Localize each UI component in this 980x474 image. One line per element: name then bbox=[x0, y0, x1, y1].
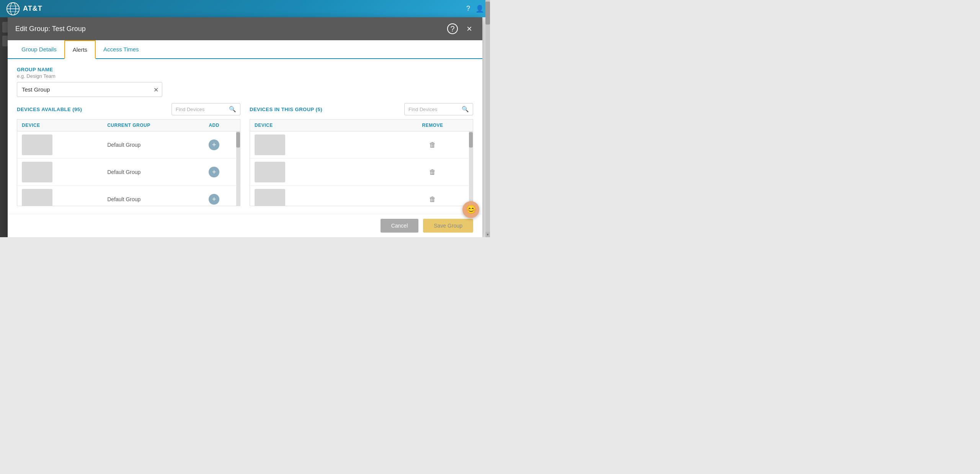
group-name-input-wrapper: ✕ bbox=[17, 82, 162, 97]
add-device-button[interactable]: + bbox=[209, 167, 219, 177]
table-scrollbar[interactable] bbox=[469, 131, 473, 206]
group-cell: Default Group bbox=[107, 169, 193, 175]
table-row: Default Group + bbox=[17, 186, 240, 206]
table-group-header: DEVICE REMOVE bbox=[250, 120, 473, 131]
table-row: Default Group + bbox=[17, 131, 240, 159]
find-devices-available-input[interactable]: Find Devices 🔍 bbox=[172, 103, 240, 115]
group-name-section: GROUP NAME e.g. Design Team ✕ bbox=[17, 67, 473, 97]
modal-title: Edit Group: Test Group bbox=[15, 25, 86, 33]
table-row: 🗑 bbox=[250, 186, 473, 206]
devices-in-group-table: DEVICE REMOVE 🗑 bbox=[250, 119, 473, 206]
group-cell: Default Group bbox=[107, 196, 193, 202]
devices-available-label: DEVICES AVAILABLE (95) bbox=[17, 107, 82, 112]
find-devices-group-input[interactable]: Find Devices 🔍 bbox=[404, 103, 473, 115]
cancel-button[interactable]: Cancel bbox=[381, 219, 419, 233]
col-device-label: DEVICE bbox=[22, 123, 107, 128]
col-device-label: DEVICE bbox=[255, 123, 397, 128]
device-thumbnail bbox=[22, 162, 52, 182]
table-scrollbar-thumb[interactable] bbox=[469, 132, 473, 148]
modal-header: Edit Group: Test Group ? × bbox=[8, 17, 482, 40]
group-name-input[interactable] bbox=[17, 82, 162, 97]
device-thumbnail bbox=[22, 189, 52, 206]
tab-access-times[interactable]: Access Times bbox=[96, 40, 147, 58]
device-cell bbox=[255, 162, 397, 182]
devices-available-table-body: Default Group + Default Group + bbox=[17, 131, 240, 206]
table-row: Default Group + bbox=[17, 159, 240, 186]
modal-tabs: Group Details Alerts Access Times bbox=[8, 40, 482, 59]
search-icon: 🔍 bbox=[229, 106, 236, 113]
find-devices-available-placeholder: Find Devices bbox=[176, 107, 227, 112]
remove-device-button[interactable]: 🗑 bbox=[429, 141, 436, 149]
att-globe-icon bbox=[6, 2, 20, 16]
device-cell bbox=[22, 189, 107, 206]
help-icon[interactable]: ? bbox=[466, 5, 470, 13]
device-thumbnail bbox=[255, 189, 285, 206]
user-icon[interactable]: 👤 bbox=[475, 5, 484, 13]
add-device-button[interactable]: + bbox=[209, 139, 219, 150]
remove-device-button[interactable]: 🗑 bbox=[429, 168, 436, 176]
col-remove-label: REMOVE bbox=[397, 123, 468, 128]
action-cell: 🗑 bbox=[397, 168, 468, 176]
modal-header-actions: ? × bbox=[447, 23, 475, 34]
modal-footer: Cancel Save Group bbox=[8, 214, 482, 237]
col-current-group-label: CURRENT GROUP bbox=[107, 123, 193, 128]
table-scrollbar[interactable] bbox=[236, 131, 240, 206]
action-cell: + bbox=[193, 194, 235, 205]
save-group-button[interactable]: Save Group bbox=[423, 219, 473, 233]
page-scrollbar[interactable] bbox=[485, 0, 490, 237]
tab-group-details[interactable]: Group Details bbox=[14, 40, 64, 58]
group-name-hint: e.g. Design Team bbox=[17, 73, 473, 79]
devices-in-group-table-body: 🗑 🗑 bbox=[250, 131, 473, 206]
modal-help-button[interactable]: ? bbox=[447, 23, 458, 34]
action-cell: 🗑 bbox=[397, 141, 468, 149]
devices-available-header: DEVICES AVAILABLE (95) Find Devices 🔍 bbox=[17, 103, 240, 115]
device-thumbnail bbox=[255, 134, 285, 155]
device-cell bbox=[255, 189, 397, 206]
table-scrollbar-thumb[interactable] bbox=[236, 132, 240, 148]
action-cell: 🗑 bbox=[397, 195, 468, 203]
group-cell: Default Group bbox=[107, 142, 193, 148]
tab-alerts[interactable]: Alerts bbox=[64, 40, 96, 59]
modal-body: GROUP NAME e.g. Design Team ✕ DEVICES AV… bbox=[8, 59, 482, 214]
search-icon: 🔍 bbox=[462, 106, 469, 113]
devices-available-table: DEVICE CURRENT GROUP ADD Default Group + bbox=[17, 119, 240, 206]
remove-device-button[interactable]: 🗑 bbox=[429, 195, 436, 203]
col-add-label: ADD bbox=[193, 123, 235, 128]
device-cell bbox=[22, 162, 107, 182]
find-devices-group-placeholder: Find Devices bbox=[408, 107, 459, 112]
chat-widget-button[interactable]: 😊 bbox=[462, 201, 479, 218]
modal-close-button[interactable]: × bbox=[464, 23, 475, 34]
att-logo: AT&T bbox=[6, 2, 42, 16]
devices-in-group-label: DEVICES IN THIS GROUP (5) bbox=[250, 107, 322, 112]
devices-in-group-panel: DEVICES IN THIS GROUP (5) Find Devices 🔍… bbox=[250, 103, 473, 206]
group-name-label: GROUP NAME bbox=[17, 67, 473, 72]
edit-group-modal: Edit Group: Test Group ? × Group Details… bbox=[8, 17, 482, 237]
table-row: 🗑 bbox=[250, 131, 473, 159]
input-clear-button[interactable]: ✕ bbox=[154, 86, 158, 93]
scrollbar-thumb[interactable] bbox=[485, 2, 490, 25]
att-brand-label: AT&T bbox=[23, 5, 42, 13]
device-thumbnail bbox=[255, 162, 285, 182]
devices-row: DEVICES AVAILABLE (95) Find Devices 🔍 DE… bbox=[17, 103, 473, 206]
add-device-button[interactable]: + bbox=[209, 194, 219, 205]
devices-available-panel: DEVICES AVAILABLE (95) Find Devices 🔍 DE… bbox=[17, 103, 240, 206]
table-available-header: DEVICE CURRENT GROUP ADD bbox=[17, 120, 240, 131]
action-cell: + bbox=[193, 167, 235, 177]
devices-in-group-header: DEVICES IN THIS GROUP (5) Find Devices 🔍 bbox=[250, 103, 473, 115]
scroll-down-arrow[interactable]: ▼ bbox=[485, 232, 490, 237]
device-cell bbox=[22, 134, 107, 155]
device-cell bbox=[255, 134, 397, 155]
top-bar: AT&T ? 👤 bbox=[0, 0, 490, 17]
top-bar-icons: ? 👤 bbox=[466, 5, 484, 13]
action-cell: + bbox=[193, 139, 235, 150]
table-row: 🗑 bbox=[250, 159, 473, 186]
device-thumbnail bbox=[22, 134, 52, 155]
